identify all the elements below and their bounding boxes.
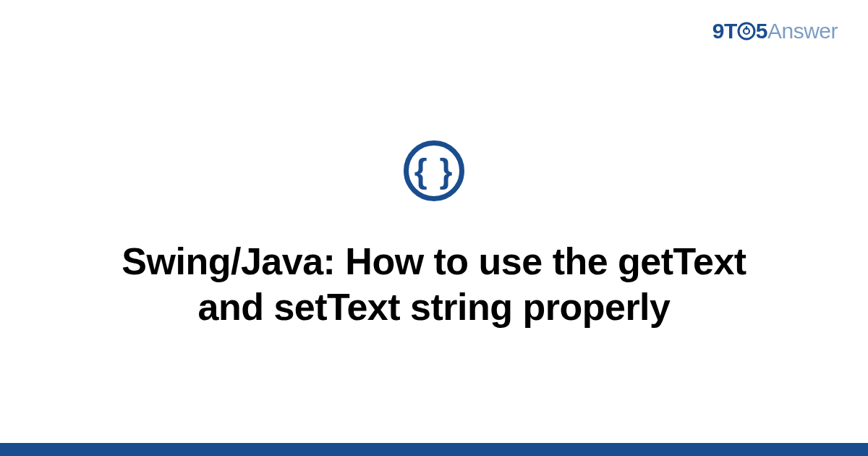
main-content: { } Swing/Java: How to use the getText a…	[0, 0, 868, 456]
category-badge: { }	[404, 140, 464, 201]
code-braces-icon: { }	[414, 154, 454, 187]
footer-bar	[0, 443, 868, 456]
page-title: Swing/Java: How to use the getText and s…	[109, 239, 760, 331]
